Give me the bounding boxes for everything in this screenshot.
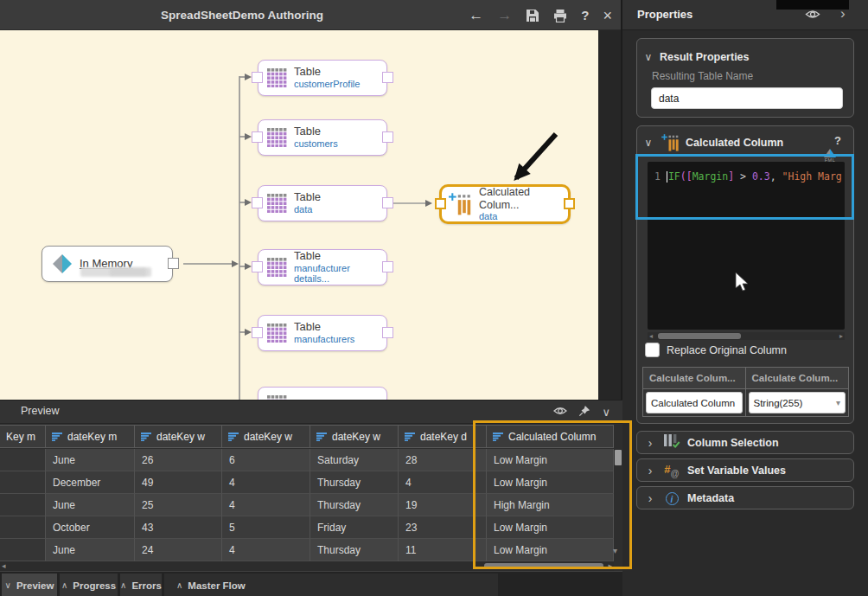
column-header[interactable]: dateKey w [222,425,310,448]
back-icon[interactable]: ← [469,8,483,22]
column-header-label: dateKey d [420,431,467,443]
tab-progress[interactable]: ∧ Progress [60,574,118,596]
output-port[interactable] [382,72,393,83]
vertical-scrollbar-thumb[interactable] [615,450,622,465]
data-type-dropdown[interactable]: String(255) ▾ [749,392,846,413]
output-port[interactable] [382,327,393,338]
node-table-data[interactable]: Tabledata [258,185,387,221]
section-set-variable-values[interactable]: › #@ Set Variable Values [636,458,854,482]
code-token: IF [668,170,680,183]
scroll-right-icon[interactable]: ▸ [839,332,843,340]
input-port[interactable] [252,131,263,143]
input-port[interactable] [252,261,263,272]
column-header[interactable]: Calculated Column [487,425,614,448]
close-icon[interactable]: × [603,8,612,23]
input-port[interactable] [252,327,263,338]
table-cell: Low Margin [487,516,614,539]
resulting-table-name-input[interactable] [651,87,843,109]
tab-errors[interactable]: ∧ Errors [120,574,162,596]
chevron-right-icon: › [637,491,663,505]
titlebar-actions: ← → ? × [469,0,612,30]
tab-master-flow[interactable]: ∧ Master Flow [164,574,498,596]
table-cell: Low Margin [487,449,614,471]
column-name-input[interactable] [646,392,743,413]
formula-code-editor[interactable]: 1IF([Margin] > 0.3, "High Marg [648,162,845,330]
table-cell: June [46,449,135,471]
chevron-down-icon[interactable]: ∨ [637,51,660,63]
preview-panel: Preview ∨ Key mdateKey mdateKey wdateKey… [0,400,622,571]
code-token: > [734,170,752,183]
fml-toggle-icon[interactable]: FML [820,149,839,163]
chevron-down-icon[interactable]: ∨ [637,137,660,149]
calculated-column-icon [449,193,473,215]
column-header-label: dateKey w [244,431,292,443]
line-number: 1 [654,170,661,183]
tab-label: Progress [73,580,116,591]
node-table-partial[interactable]: Table [258,387,387,400]
node-table-manufacturer-details[interactable]: Tablemanufacturer details... [258,249,387,285]
output-port[interactable] [382,131,393,143]
column-header[interactable]: dateKey m [46,425,135,448]
preview-rows: June266Saturday28Low MarginDecember494Th… [0,449,614,561]
eye-icon[interactable] [553,406,567,418]
replace-original-column-checkbox[interactable] [645,343,660,357]
save-icon[interactable] [526,9,539,22]
filter-icon [52,433,62,441]
output-port[interactable] [382,197,393,208]
print-icon[interactable] [553,9,567,22]
section-metadata[interactable]: › i Metadata [636,486,854,509]
table-cell: Low Margin [487,539,614,561]
collapse-chevron-icon[interactable]: ∨ [602,407,610,418]
output-port[interactable] [168,258,179,269]
flow-canvas[interactable]: In Memory TablecustomerProfile Tablecust… [0,30,598,400]
node-calculated-column[interactable]: Calculated Colum...data [439,184,571,224]
input-port[interactable] [252,197,263,208]
node-sublabel: manufacturer details... [294,263,386,285]
node-in-memory[interactable]: In Memory [41,246,173,282]
scroll-left-icon[interactable]: ◂ [2,561,6,571]
horizontal-scrollbar[interactable]: ◂ ▸ [0,561,614,571]
table-cell: June [46,539,135,561]
scroll-right-icon[interactable]: ▸ [608,561,612,571]
table-cell: October [46,516,135,539]
table-cell: 4 [222,471,310,494]
input-port[interactable] [252,72,263,83]
node-table-customerprofile[interactable]: TablecustomerProfile [258,60,387,96]
help-icon[interactable]: ? [834,134,841,147]
checkbox-label: Replace Original Column [667,344,787,356]
table-cell: 4 [222,494,310,516]
scrollbar-thumb[interactable] [658,333,741,339]
tab-preview[interactable]: ∨ Preview [2,574,57,596]
column-header[interactable]: dateKey w [135,425,222,448]
output-port[interactable] [564,198,575,209]
help-icon[interactable]: ? [581,9,589,22]
editor-horizontal-scrollbar[interactable]: ◂ ▸ [648,332,845,340]
tab-label: Master Flow [188,580,245,591]
scrollbar-thumb[interactable] [484,563,603,569]
output-port[interactable] [382,261,393,272]
column-header[interactable]: Key m [0,425,46,448]
preview-column-headers: Key mdateKey mdateKey wdateKey wdateKey … [0,425,614,448]
chevron-up-icon: ∧ [61,580,67,590]
section-column-selection[interactable]: › Column Selection [636,431,854,454]
column-header[interactable]: dateKey w [310,425,399,448]
node-label: Table [294,191,321,204]
section-title: Column Selection [687,437,779,449]
scroll-left-icon[interactable]: ◂ [649,332,653,340]
node-table-customers[interactable]: Tablecustomers [258,119,387,156]
chevron-right-icon: › [637,464,663,477]
node-table-manufacturers[interactable]: Tablemanufacturers [258,315,387,351]
table-row: June254Thursday19High Margin [0,494,614,516]
bottom-tab-bar: ∨ Preview ∧ Progress ∧ Errors ∧ Master F… [0,571,622,596]
node-label: Table [294,66,360,79]
input-port[interactable] [435,198,446,209]
column-header[interactable]: dateKey d [399,425,487,448]
result-properties-header[interactable]: ∨ Result Properties [637,46,853,68]
pin-icon[interactable] [578,405,590,419]
filter-icon [405,433,415,441]
eye-icon[interactable] [805,8,820,23]
table-cell: 11 [399,539,487,561]
table-row: June266Saturday28Low Margin [0,449,614,471]
scroll-down-icon[interactable]: ▾ [613,546,617,555]
result-properties-card: ∨ Result Properties Resulting Table Name [636,38,854,118]
